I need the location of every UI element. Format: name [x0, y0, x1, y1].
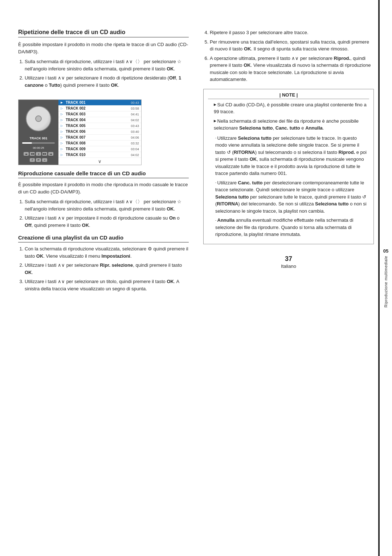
- device-left-panel: TRACK 001 00:00:25 ⏮ ◀◀ ⏸ ▶▶ ⏭ ↺ ⇌: [19, 100, 58, 165]
- track-time: 04:06: [131, 136, 139, 139]
- dash-item-2: Utilizzare Canc. tutto per deselezionare…: [215, 179, 369, 215]
- cd-center: [35, 115, 42, 122]
- track-play-icon: ▷: [61, 113, 64, 116]
- right-step-4: Ripetere il passo 3 per selezionare altr…: [210, 29, 374, 36]
- track-row[interactable]: ▷TRACK 00603:40: [58, 129, 141, 135]
- track-name: TRACK 001: [66, 101, 129, 105]
- section3-steps: Con la schermata di riproduzione visuali…: [25, 245, 189, 294]
- section1-step-1: Sulla schermata di riproduzione, utilizz…: [25, 58, 189, 72]
- track-row[interactable]: ▷TRACK 00903:04: [58, 146, 141, 152]
- section2-steps: Sulla schermata di riproduzione, utilizz…: [25, 198, 189, 231]
- note-item-2: Nella schermata di selezione dei file da…: [214, 118, 369, 132]
- progress-bar: [22, 142, 55, 144]
- page-lang: Italiano: [203, 263, 374, 269]
- ctrl-next[interactable]: ⏭: [48, 152, 53, 156]
- ctrl-fwd[interactable]: ▶▶: [42, 152, 47, 156]
- track-row[interactable]: ▷TRACK 00203:58: [58, 106, 141, 111]
- track-name: TRACK 003: [66, 112, 129, 116]
- section2-intro: È possibile impostare il prodotto in mod…: [18, 181, 189, 195]
- track-play-icon: ▷: [61, 147, 64, 151]
- track-row[interactable]: ▷TRACK 00404:02: [58, 117, 141, 123]
- sidebar-number: 05: [383, 248, 388, 254]
- track-name: TRACK 009: [66, 147, 129, 151]
- track-time: 03:40: [131, 130, 139, 134]
- ctrl-shuffle[interactable]: ⇌: [36, 158, 41, 162]
- track-play-icon: ▷: [61, 124, 64, 127]
- sidebar-label: Riproduzione multimediale: [384, 256, 388, 307]
- track-name: TRACK 007: [66, 135, 129, 139]
- page-number: 37: [203, 255, 374, 263]
- section3-title: Creazione di una playlist da un CD audio: [18, 234, 189, 242]
- track-play-icon: ▷: [61, 118, 64, 122]
- dash-item-3: Annulla annulla eventuali modifiche effe…: [215, 217, 369, 238]
- section1-title: Ripetizione delle tracce di un CD audio: [18, 29, 189, 37]
- section1-intro: È possibile impostare il prodotto in mod…: [18, 41, 189, 55]
- dash-item-1: Utilizzare Seleziona tutto per seleziona…: [215, 135, 369, 177]
- track-time: 04:41: [131, 113, 139, 116]
- track-row[interactable]: ▷TRACK 00803:32: [58, 140, 141, 146]
- track-name: TRACK 006: [66, 130, 129, 134]
- right-column: Ripetere il passo 3 per selezionare altr…: [200, 29, 374, 527]
- track-play-icon: ▶: [61, 101, 64, 104]
- section1-steps: Sulla schermata di riproduzione, utilizz…: [25, 58, 189, 91]
- ctrl-pause[interactable]: ⏸: [36, 152, 41, 156]
- track-name: TRACK 008: [66, 141, 129, 145]
- section3-step-2: Utilizzare i tasti ∧∨ per selezionare Ri…: [25, 262, 189, 276]
- controls-row2: ↺ ⇌ ≡: [30, 158, 47, 162]
- track-name: TRACK 004: [66, 118, 129, 122]
- controls-row: ⏮ ◀◀ ⏸ ▶▶ ⏭: [24, 152, 53, 156]
- dash-list: Utilizzare Seleziona tutto per seleziona…: [215, 135, 369, 238]
- section1-step-2: Utilizzare i tasti ∧∨ per selezionare il…: [25, 74, 189, 89]
- ctrl-rew[interactable]: ◀◀: [30, 152, 35, 156]
- device-time-label: 00:00:25: [33, 146, 44, 150]
- track-name: TRACK 005: [66, 124, 129, 128]
- track-row[interactable]: ▷TRACK 00503:43: [58, 123, 141, 129]
- right-col-steps: Ripetere il passo 3 per selezionare altr…: [210, 29, 374, 85]
- track-time: 04:02: [131, 118, 139, 122]
- track-row[interactable]: ▶TRACK 00100:43: [58, 100, 141, 106]
- section3-step-3: Utilizzare i tasti ∧∨ per selezionare un…: [25, 278, 189, 292]
- track-time: 03:43: [131, 124, 139, 128]
- section2-step-1: Sulla schermata di riproduzione, utilizz…: [25, 198, 189, 212]
- note-list: Sui CD audio (CD-DA), è possibile creare…: [214, 101, 369, 132]
- track-play-icon: ▷: [61, 130, 64, 133]
- track-time: 03:32: [131, 142, 139, 145]
- ctrl-prev[interactable]: ⏮: [24, 152, 29, 156]
- track-name: TRACK 002: [66, 106, 129, 110]
- chevron-down-icon: ∨: [58, 158, 141, 165]
- device-track-label: TRACK 001: [29, 136, 47, 140]
- section2-title: Riproduzione casuale delle tracce di un …: [18, 170, 189, 178]
- track-row[interactable]: ▷TRACK 01004:02: [58, 152, 141, 158]
- page: Ripetizione delle tracce di un CD audio …: [0, 0, 392, 556]
- right-step-6: A operazione ultimata, premere il tasto …: [210, 55, 374, 83]
- section3-step-1: Con la schermata di riproduzione visuali…: [25, 245, 189, 259]
- note-title: | NOTE |: [208, 92, 369, 99]
- main-content: Ripetizione delle tracce di un CD audio …: [0, 15, 392, 541]
- track-play-icon: ▷: [61, 142, 64, 145]
- section2-step-2: Utilizzare i tasti ∧∨ per impostare il m…: [25, 214, 189, 229]
- track-time: 03:58: [131, 107, 139, 110]
- ctrl-repeat[interactable]: ↺: [30, 158, 35, 162]
- track-row[interactable]: ▷TRACK 00704:06: [58, 135, 141, 140]
- note-item-1: Sui CD audio (CD-DA), è possibile creare…: [214, 101, 369, 115]
- track-play-icon: ▷: [61, 136, 64, 139]
- progress-fill: [22, 142, 32, 144]
- track-time: 04:02: [131, 153, 139, 157]
- note-box: | NOTE | Sui CD audio (CD-DA), è possibi…: [203, 89, 374, 244]
- track-name: TRACK 010: [66, 153, 129, 157]
- device-screen: TRACK 001 00:00:25 ⏮ ◀◀ ⏸ ▶▶ ⏭ ↺ ⇌: [18, 99, 142, 165]
- track-row[interactable]: ▷TRACK 00304:41: [58, 111, 141, 117]
- ctrl-menu[interactable]: ≡: [42, 158, 47, 162]
- sidebar: 05 Riproduzione multimediale: [378, 0, 392, 556]
- cd-icon: [26, 106, 51, 131]
- left-column: Ripetizione delle tracce di un CD audio …: [18, 29, 189, 527]
- right-step-5: Per rimuovere una traccia dall'elenco, s…: [210, 38, 374, 53]
- track-time: 03:04: [131, 147, 139, 151]
- track-play-icon: ▷: [61, 107, 64, 110]
- device-track-list: ▶TRACK 00100:43▷TRACK 00203:58▷TRACK 003…: [58, 100, 141, 165]
- track-time: 00:43: [131, 101, 139, 105]
- track-play-icon: ▷: [61, 153, 64, 156]
